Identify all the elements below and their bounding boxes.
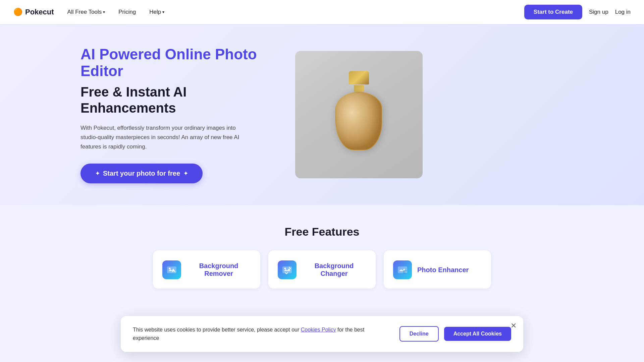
svg-text:HD: HD <box>404 271 407 273</box>
logo-text: Pokecut <box>25 8 54 16</box>
hero-section: AI Powered Online Photo Editor Free & In… <box>0 24 644 205</box>
nav-pricing[interactable]: Pricing <box>118 9 136 15</box>
photo-enhancer-label: Photo Enhancer <box>417 266 469 274</box>
background-changer-label: Background Changer <box>302 262 366 278</box>
background-remover-label: Background Remover <box>186 262 251 278</box>
features-section: Free Features Background Remover <box>0 205 644 302</box>
svg-rect-0 <box>167 266 176 273</box>
bottle-cap <box>349 71 369 84</box>
background-remover-icon <box>162 260 181 279</box>
features-title: Free Features <box>60 225 584 238</box>
nav-all-free-tools[interactable]: All Free Tools ▾ <box>67 9 105 15</box>
svg-rect-2 <box>282 266 292 273</box>
bottle-body <box>335 92 382 150</box>
log-in-link[interactable]: Log in <box>615 9 631 15</box>
chevron-down-icon-help: ▾ <box>162 10 164 14</box>
feature-card-inner-3: HD Photo Enhancer <box>393 260 469 279</box>
navbar: 🟠 Pokecut All Free Tools ▾ Pricing Help … <box>0 0 644 24</box>
sign-up-link[interactable]: Sign up <box>589 9 608 15</box>
features-grid: Background Remover Background Changer <box>60 250 584 289</box>
hero-title-colored: AI Powered Online Photo Editor <box>80 46 268 80</box>
hero-image <box>295 51 423 178</box>
feature-card-bg-changer[interactable]: Background Changer <box>268 250 376 289</box>
hero-title-black: Free & Instant AI Enhancements <box>80 84 268 116</box>
hero-image-placeholder <box>295 51 423 178</box>
start-to-create-button[interactable]: Start to Create <box>524 5 582 19</box>
nav-help[interactable]: Help ▾ <box>149 9 164 15</box>
hero-content: AI Powered Online Photo Editor Free & In… <box>80 46 268 183</box>
start-photo-free-button[interactable]: ✦ Start your photo for free ✦ <box>80 164 203 183</box>
perfume-bottle-illustration <box>329 71 389 158</box>
background-changer-icon <box>278 260 297 279</box>
logo-icon: 🟠 <box>13 8 22 16</box>
feature-card-inner: Background Remover <box>162 260 251 279</box>
logo[interactable]: 🟠 Pokecut <box>13 8 54 16</box>
hero-description: With Pokecut, effortlessly transform you… <box>80 123 248 152</box>
feature-card-photo-enhancer[interactable]: HD Photo Enhancer <box>384 250 491 289</box>
photo-enhancer-icon: HD <box>393 260 412 279</box>
cta-label: Start your photo for free <box>103 170 180 177</box>
bottle-neck <box>354 85 364 92</box>
svg-point-1 <box>169 268 171 269</box>
svg-point-3 <box>284 268 286 269</box>
feature-card-bg-remover[interactable]: Background Remover <box>153 250 260 289</box>
sparkle-right-icon: ✦ <box>183 170 188 177</box>
feature-card-inner-2: Background Changer <box>278 260 366 279</box>
sparkle-left-icon: ✦ <box>95 170 100 177</box>
chevron-down-icon: ▾ <box>103 10 105 14</box>
